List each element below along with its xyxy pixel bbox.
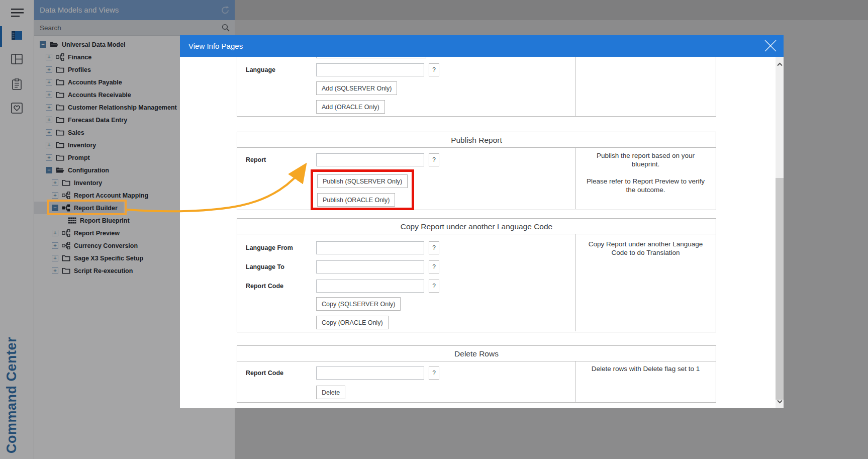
- copy-report-language-to-input[interactable]: [316, 260, 424, 273]
- description-line: [575, 168, 716, 177]
- section-description: [575, 57, 716, 116]
- add-language-language-input[interactable]: [316, 63, 424, 76]
- field-label: Language From: [246, 244, 316, 251]
- dialog-header: View Info Pages: [180, 35, 784, 57]
- delete-button[interactable]: Delete: [316, 386, 345, 399]
- section-add-language: Language?Add (SQLSERVER Only)Add (ORACLE…: [237, 57, 716, 117]
- modal-content: Language?Add (SQLSERVER Only)Add (ORACLE…: [237, 57, 716, 403]
- delete-rows-report-code-input[interactable]: [316, 366, 424, 380]
- section-title: Delete Rows: [237, 346, 716, 361]
- section-copy-report: Copy Report under another Language CodeL…: [237, 218, 716, 332]
- publish-oracle-only-button[interactable]: Publish (ORACLE Only): [317, 193, 395, 207]
- section-description: Delete rows with Delete flag set to 1: [575, 361, 716, 402]
- scrollbar-thumb[interactable]: [776, 178, 784, 400]
- section-description: Publish the report based on yourblueprin…: [575, 148, 716, 209]
- section-title: Copy Report under another Language Code: [237, 219, 716, 234]
- publish-report-report-input[interactable]: [316, 153, 424, 166]
- description-line: blueprint.: [575, 160, 716, 168]
- publish-sqlserver-only-button[interactable]: Publish (SQLSERVER Only): [317, 174, 408, 188]
- annotation-red-box: Publish (SQLSERVER Only)Publish (ORACLE …: [311, 169, 414, 210]
- dialog-scrollbar[interactable]: [776, 57, 784, 408]
- help-button[interactable]: ?: [429, 153, 439, 166]
- section-publish-report: Publish ReportReport?Publish (SQLSERVER …: [237, 132, 716, 210]
- description-line: Delete rows with Delete flag set to 1: [575, 364, 716, 373]
- description-line: the outcome.: [575, 186, 716, 194]
- dialog-title: View Info Pages: [180, 42, 243, 50]
- description-line: Code to do Translation: [575, 248, 716, 257]
- view-info-pages-dialog: View Info Pages Language?Add (SQLSERVER …: [180, 35, 784, 408]
- copy-report-report-code-input[interactable]: [316, 280, 424, 293]
- help-button[interactable]: ?: [429, 280, 439, 293]
- add-oracle-only-button[interactable]: Add (ORACLE Only): [316, 100, 385, 114]
- description-line: Copy Report under another Language: [575, 240, 716, 248]
- cropped-input[interactable]: [316, 57, 426, 58]
- field-label: Report Code: [246, 370, 316, 377]
- copy-report-language-from-input[interactable]: [316, 241, 424, 254]
- field-label: Language: [246, 66, 316, 73]
- section-description: Copy Report under another LanguageCode t…: [575, 234, 716, 331]
- add-sqlserver-only-button[interactable]: Add (SQLSERVER Only): [316, 81, 397, 95]
- section-title: Publish Report: [237, 132, 716, 148]
- dialog-body: Language?Add (SQLSERVER Only)Add (ORACLE…: [180, 57, 784, 408]
- help-button[interactable]: ?: [429, 63, 439, 76]
- field-label: Language To: [246, 263, 316, 270]
- chevron-up-icon[interactable]: [777, 59, 783, 68]
- chevron-down-icon[interactable]: [777, 397, 783, 406]
- description-line: Publish the report based on your: [575, 151, 716, 160]
- help-button[interactable]: ?: [429, 260, 439, 273]
- help-button[interactable]: ?: [429, 241, 439, 254]
- copy-sqlserver-only-button[interactable]: Copy (SQLSERVER Only): [316, 297, 401, 311]
- description-line: Please refer to Report Preview to verify: [575, 177, 716, 186]
- close-icon[interactable]: [764, 39, 777, 52]
- field-label: Report: [246, 156, 316, 163]
- field-label: Report Code: [246, 283, 316, 290]
- section-delete-rows: Delete RowsReport Code?DeleteDelete rows…: [237, 345, 716, 403]
- help-button[interactable]: ?: [429, 366, 439, 380]
- copy-oracle-only-button[interactable]: Copy (ORACLE Only): [316, 316, 389, 329]
